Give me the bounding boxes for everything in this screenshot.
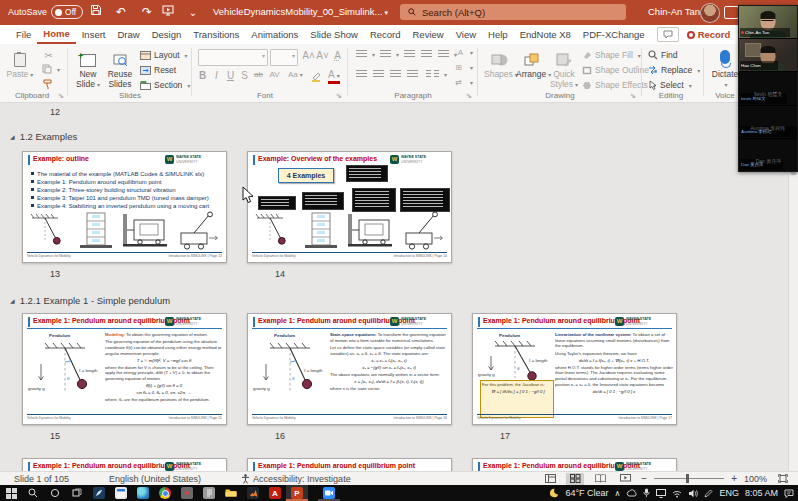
account-avatar[interactable] (700, 3, 720, 23)
character-spacing-button[interactable]: AV (268, 70, 281, 79)
font-dialog-launcher-icon[interactable]: ⇘ (336, 92, 342, 100)
arrange-button[interactable]: Arrange (516, 47, 548, 80)
tab-help[interactable]: Help (482, 26, 514, 43)
increase-indent-button[interactable] (421, 50, 432, 59)
tab-design[interactable]: Design (146, 26, 188, 43)
zoom-slider-thumb[interactable] (686, 474, 689, 483)
shapes-button[interactable]: Shapes (484, 47, 516, 80)
tab-review[interactable]: Review (407, 26, 450, 43)
participant-tile[interactable]: Auntima 李柯玮 Auntima 李柯玮 (739, 106, 797, 139)
cortana-button[interactable] (44, 485, 66, 501)
select-button[interactable]: Select (648, 80, 692, 90)
convert-to-smartart-button[interactable]: ⇄ (452, 78, 473, 87)
show-hidden-icons[interactable]: ∧ (615, 489, 621, 498)
network-icon[interactable] (672, 489, 682, 498)
decrease-indent-button[interactable] (404, 50, 415, 59)
slide-thumbnail-14[interactable]: Example: Overview of the examples W WAYN… (247, 151, 452, 263)
pen-workspace-icon[interactable] (704, 489, 713, 498)
app-acrobat[interactable]: A (264, 485, 286, 501)
new-slide-button[interactable]: + New Slide (72, 47, 104, 90)
bullets-button[interactable] (356, 50, 375, 59)
quick-styles-button[interactable]: Quick Styles (548, 47, 580, 90)
app-meeting[interactable] (318, 485, 340, 501)
app-chrome[interactable] (154, 485, 176, 501)
section-header-examples[interactable]: ◢ 1.2 Examples (10, 131, 77, 142)
align-right-button[interactable] (390, 70, 401, 79)
app-media[interactable] (176, 485, 198, 501)
paragraph-dialog-launcher-icon[interactable]: ⇘ (466, 92, 472, 100)
text-direction-button[interactable]: ↓A (452, 48, 473, 57)
bold-button[interactable]: B (196, 70, 209, 81)
slide-thumbnail-18[interactable]: Example 1: Pendulum around equilibrium p… (22, 458, 227, 471)
tab-view[interactable]: View (450, 26, 482, 43)
quick-access-customize-icon[interactable] (184, 4, 202, 21)
volume-icon[interactable] (688, 489, 698, 498)
tab-record[interactable]: Record (364, 26, 407, 43)
participant-tile[interactable]: Chin-An Tan (739, 6, 797, 39)
reuse-slides-button[interactable]: Reuse Slides (104, 47, 136, 89)
zoom-level[interactable]: 100% (744, 474, 767, 484)
record-button[interactable]: Record (687, 29, 731, 40)
text-highlight-button[interactable] (310, 71, 322, 82)
slide-thumbnail-19[interactable]: Example 1: Pendulum around equilibrium p… (247, 458, 452, 471)
shape-outline-button[interactable]: Shape Outline (582, 65, 657, 75)
italic-button[interactable]: I (210, 70, 223, 81)
tab-slide-show[interactable]: Slide Show (304, 26, 364, 43)
font-color-button[interactable]: A (328, 70, 340, 84)
cut-button[interactable]: ✂ (42, 50, 55, 61)
start-slideshow-icon[interactable] (162, 4, 180, 16)
tab-file[interactable]: File (10, 26, 37, 43)
numbering-button[interactable] (380, 50, 399, 59)
text-shadow-button[interactable]: S (238, 70, 251, 81)
align-text-button[interactable]: ⊞ (452, 63, 473, 72)
reading-view-button[interactable] (591, 473, 609, 485)
section-collapse-icon[interactable]: ◢ (10, 133, 15, 140)
shrink-font-button[interactable]: A˅ (316, 50, 329, 61)
paste-button[interactable]: Paste (4, 47, 36, 80)
grow-font-button[interactable]: A˄ (302, 50, 315, 61)
replace-button[interactable]: Replace (648, 65, 700, 75)
start-button[interactable] (0, 485, 22, 501)
meeting-panel[interactable]: Chin-An Tan Hao Chen kevin 柏廷文 kevin 柏廷文… (738, 5, 798, 172)
change-case-button[interactable]: Aa (288, 70, 303, 79)
justify-button[interactable] (407, 70, 418, 79)
slide-sorter-view-button[interactable] (566, 473, 584, 485)
align-center-button[interactable] (373, 70, 384, 79)
reset-button[interactable]: Reset (140, 65, 176, 75)
onedrive-icon[interactable] (626, 489, 637, 497)
undo-icon[interactable] (112, 4, 130, 20)
account-name[interactable]: Chin-An Tan (648, 6, 700, 17)
find-button[interactable]: Find (648, 50, 678, 60)
weather-text[interactable]: 64°F Clear (565, 488, 608, 498)
app-matlab[interactable] (242, 485, 264, 501)
fit-to-window-button[interactable] (774, 473, 792, 485)
task-view-button[interactable] (66, 485, 88, 501)
tab-endnote[interactable]: EndNote X8 (514, 26, 577, 43)
strikethrough-button[interactable]: ab (252, 70, 265, 79)
microphone-tray-icon[interactable] (643, 488, 650, 498)
clock[interactable]: 8:05 AM (745, 488, 778, 498)
app-notes[interactable] (110, 485, 132, 501)
section-collapse-icon[interactable]: ◢ (10, 297, 15, 304)
shape-fill-button[interactable]: Shape Fill (582, 50, 641, 60)
tab-draw[interactable]: Draw (111, 26, 145, 43)
zoom-out-button[interactable]: − (641, 473, 647, 484)
tab-insert[interactable]: Insert (76, 26, 112, 43)
font-name-combobox[interactable] (198, 49, 268, 66)
weather-moon-icon[interactable] (549, 488, 559, 498)
app-powerpoint[interactable]: P (286, 485, 308, 501)
tab-home[interactable]: Home (37, 25, 75, 44)
section-header-example1[interactable]: ◢ 1.2.1 Example 1 - Simple pendulum (10, 295, 170, 306)
zoom-in-button[interactable]: + (731, 473, 737, 484)
ribbon-display-options-icon[interactable] (724, 6, 739, 19)
copy-button[interactable] (42, 64, 60, 74)
tab-transitions[interactable]: Transitions (187, 26, 245, 43)
slide-show-view-button[interactable] (616, 473, 634, 485)
document-title[interactable]: VehicleDynamicsMobility_00_Simulink... (213, 6, 363, 17)
slide-count[interactable]: Slide 1 of 105 (14, 474, 69, 484)
clipboard-dialog-launcher-icon[interactable]: ⇘ (58, 92, 64, 100)
participant-tile[interactable]: Hao Chen (739, 39, 797, 72)
display-tray-icon[interactable] (656, 489, 666, 498)
comments-button[interactable] (657, 27, 679, 42)
participant-tile[interactable]: kevin 柏廷文 kevin 柏廷文 (739, 72, 797, 105)
